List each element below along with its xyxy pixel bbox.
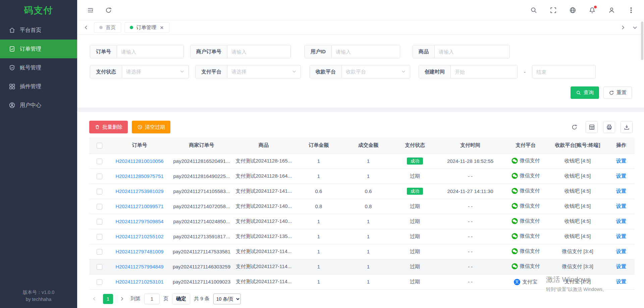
col-pay-time: 支付时间 [437, 137, 504, 153]
clear-expired-button[interactable]: 清空过期 [132, 121, 170, 133]
prev-page-icon[interactable] [89, 294, 99, 304]
order-no-link[interactable]: H2024112850975751 [115, 173, 163, 179]
tab-home[interactable]: 首页 [94, 22, 121, 33]
notification-dot [594, 6, 597, 8]
row-settings-link[interactable]: 设置 [616, 158, 626, 164]
chevron-down-icon [401, 69, 406, 75]
search-icon[interactable] [530, 6, 537, 14]
order-amount-cell: 1 [294, 214, 343, 229]
sidebar-item-account-management[interactable]: 账号管理 [0, 58, 77, 77]
product-cell: 支付测试20241127-135... [233, 229, 294, 244]
page-number-active[interactable]: 1 [103, 294, 113, 304]
pay-platform-cell: 微信支付 [504, 214, 547, 229]
filter-user-id: 用户ID [305, 45, 400, 58]
row-checkbox[interactable] [97, 234, 102, 240]
status-text-expired: 过期 [410, 218, 420, 224]
order-no-link[interactable]: H2024112757994849 [115, 264, 163, 269]
order-no-link[interactable]: H2024112797481009 [115, 249, 163, 254]
batch-delete-button[interactable]: 批量删除 [89, 121, 128, 133]
sidebar-menu: 平台首页 订单管理 账号管理 插件管理 用户中心 [0, 21, 77, 115]
row-checkbox[interactable] [97, 219, 102, 225]
row-settings-link[interactable]: 设置 [616, 233, 626, 239]
table-row: H2024112710253101 pay202411271141009023 … [89, 274, 635, 289]
product-input[interactable] [435, 45, 509, 58]
sidebar-item-user-center[interactable]: 用户中心 [0, 96, 77, 115]
more-options-icon[interactable] [627, 6, 635, 14]
tabs-scroll-right-icon[interactable] [619, 23, 627, 32]
collect-platform-cell: 微信支付 [3:4] [547, 244, 608, 259]
row-checkbox[interactable] [97, 204, 102, 209]
collect-platform-select[interactable]: 收款平台 [342, 65, 410, 78]
pay-status-select[interactable]: 请选择 [122, 65, 189, 78]
create-time-end-input[interactable] [532, 65, 596, 78]
col-order-no: 订单号 [109, 137, 170, 153]
order-no-link[interactable]: H2024112710255102 [115, 234, 163, 239]
app-logo: 码支付 [0, 0, 77, 21]
wechat-pay-icon [512, 218, 518, 224]
user-id-input[interactable] [332, 45, 400, 58]
plugin-grid-icon [9, 83, 15, 90]
merchant-no-input[interactable] [227, 45, 290, 58]
order-amount-cell: 0.8 [294, 199, 343, 214]
sidebar-item-plugin-management[interactable]: 插件管理 [0, 77, 77, 96]
notifications-bell-icon[interactable] [588, 6, 596, 14]
pay-time-cell: - - [437, 229, 504, 244]
row-settings-link[interactable]: 设置 [616, 173, 626, 179]
tabs-menu-chevron-down-icon[interactable] [631, 23, 639, 32]
row-checkbox[interactable] [97, 159, 102, 164]
order-no-link[interactable]: H2024112797509854 [115, 219, 163, 224]
select-all-checkbox[interactable] [97, 143, 102, 148]
tab-close-icon[interactable] [159, 25, 164, 30]
row-checkbox[interactable] [97, 264, 102, 270]
vertical-scrollbar[interactable] [641, 21, 643, 60]
user-profile-icon[interactable] [608, 6, 615, 14]
orders-tbody: H2024112810010056 pay2024112816520491...… [89, 153, 635, 289]
row-checkbox[interactable] [97, 189, 102, 194]
search-button[interactable]: 查询 [571, 86, 599, 99]
pay-platform-cell: 微信支付 [504, 229, 547, 244]
fullscreen-icon[interactable] [549, 6, 557, 14]
pay-platform-name: 支付宝 [522, 279, 537, 285]
per-page-select[interactable]: 10 条/页 [213, 294, 241, 304]
row-settings-link[interactable]: 设置 [616, 263, 626, 269]
total-count-label: 共 9 条 [194, 296, 210, 302]
goto-page-input[interactable] [144, 294, 160, 304]
sidebar-item-label: 账号管理 [20, 64, 41, 71]
pay-time-cell: - - [437, 169, 504, 184]
table-refresh-icon[interactable] [568, 121, 580, 133]
goto-confirm-button[interactable]: 确定 [172, 294, 190, 304]
row-checkbox[interactable] [97, 279, 102, 285]
row-settings-link[interactable]: 设置 [616, 188, 626, 194]
collapse-sidebar-icon[interactable] [87, 6, 94, 14]
pay-platform-select[interactable]: 请选择 [227, 65, 301, 78]
sidebar-item-platform-home[interactable]: 平台首页 [0, 21, 77, 40]
table-row: H2024112810010056 pay2024112816520491...… [89, 153, 635, 169]
row-settings-link[interactable]: 设置 [616, 279, 626, 284]
merchant-no-cell: pay2024112713591817... [170, 229, 233, 244]
row-checkbox[interactable] [97, 249, 102, 255]
print-icon[interactable] [603, 121, 615, 133]
row-settings-link[interactable]: 设置 [616, 248, 626, 254]
refresh-page-icon[interactable] [105, 6, 112, 14]
export-download-icon[interactable] [621, 121, 633, 133]
pay-platform: 微信支付 [512, 233, 540, 239]
reset-button[interactable]: 重置 [603, 86, 632, 99]
tab-order-management[interactable]: 订单管理 [124, 22, 169, 33]
product-cell: 支付测试20241127-114... [233, 244, 294, 259]
order-no-link[interactable]: H2024112710253101 [115, 279, 163, 285]
row-checkbox[interactable] [97, 174, 102, 179]
row-settings-link[interactable]: 设置 [616, 203, 626, 209]
sidebar-item-order-management[interactable]: 订单管理 [0, 40, 77, 58]
column-settings-icon[interactable] [586, 121, 598, 133]
create-time-start-input[interactable] [451, 65, 517, 78]
row-settings-link[interactable]: 设置 [616, 218, 626, 224]
tabs-scroll-left-icon[interactable] [82, 23, 91, 32]
language-globe-icon[interactable] [569, 6, 576, 14]
order-no-link[interactable]: H2024112710099571 [115, 203, 163, 209]
topbar-right [530, 6, 635, 14]
next-page-icon[interactable] [117, 294, 127, 304]
order-no-link[interactable]: H2024112753981029 [115, 188, 163, 194]
col-paid-amount: 成交金额 [343, 137, 393, 153]
order-no-input[interactable] [117, 45, 183, 58]
order-no-link[interactable]: H2024112810010056 [115, 158, 163, 164]
